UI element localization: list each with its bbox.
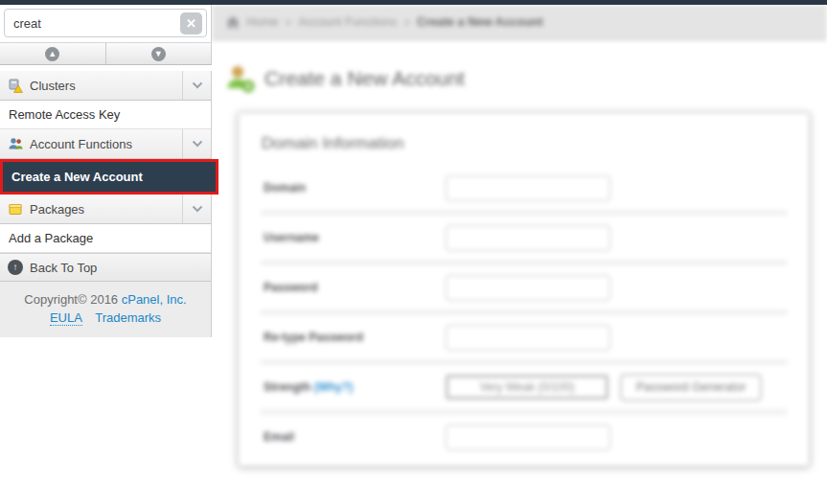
back-to-top-button[interactable]: ↑ Back To Top [0, 253, 211, 282]
trademarks-link[interactable]: Trademarks [95, 310, 161, 325]
account-functions-icon [8, 136, 23, 151]
retype-password-input[interactable] [446, 325, 610, 351]
username-label: Username [264, 231, 446, 244]
eula-link[interactable]: EULA [50, 310, 82, 326]
sidebar-item-label: Create a New Account [11, 170, 143, 184]
sidebar-item-label: Clusters [30, 79, 182, 93]
close-icon: ✕ [186, 16, 196, 31]
packages-icon [8, 201, 23, 217]
create-account-icon [225, 63, 256, 94]
content-area: Home » Account Functions » Create a New … [212, 5, 827, 504]
cpanel-link[interactable]: cPanel, Inc. [122, 292, 187, 307]
password-input[interactable] [446, 275, 610, 301]
strength-label-text: Strength [264, 380, 310, 394]
copyright-text: Copyright© 2016 [24, 292, 118, 307]
password-label: Password [264, 281, 446, 294]
strength-row: Strength (Why?) Very Weak (0/100) Passwo… [258, 366, 790, 408]
home-icon [226, 16, 240, 29]
search-clear-button[interactable]: ✕ [180, 12, 202, 34]
sidebar-item-packages[interactable]: Packages [0, 195, 211, 224]
domain-input[interactable] [446, 175, 610, 201]
back-to-top-label: Back To Top [30, 261, 97, 275]
sidebar: ✕ ▲ ▼ Clusters [0, 5, 212, 337]
password-generator-button[interactable]: Password Generator [620, 374, 762, 401]
why-link[interactable]: (Why?) [314, 380, 354, 394]
sidebar-item-label: Packages [30, 202, 182, 217]
retype-password-label: Re-type Password [264, 331, 446, 344]
email-label: Email [264, 430, 446, 444]
sidebar-search: ✕ [0, 5, 212, 42]
username-row: Username [258, 217, 790, 259]
sidebar-footer: Copyright© 2016 cPanel, Inc. EULA Tradem… [0, 282, 211, 337]
email-row: Email [258, 416, 790, 458]
sidebar-pager: ▲ ▼ [0, 42, 212, 65]
sidebar-item-account-functions[interactable]: Account Functions [0, 129, 211, 159]
red-annotation-box: Create a New Account [0, 159, 218, 195]
section-title: Domain Information [262, 134, 790, 153]
sidebar-item-create-a-new-account[interactable]: Create a New Account [3, 162, 216, 192]
domain-label: Domain [264, 181, 446, 195]
strength-indicator: Very Weak (0/100) [446, 375, 609, 400]
breadcrumb: Home » Account Functions » Create a New … [212, 5, 827, 40]
row-divider [260, 260, 788, 265]
breadcrumb-separator: » [285, 15, 291, 29]
chevron-down-icon[interactable] [182, 195, 211, 223]
row-divider [260, 409, 788, 415]
row-divider [260, 359, 788, 365]
clusters-icon [8, 78, 23, 93]
sidebar-item-clusters[interactable]: Clusters [0, 71, 211, 101]
domain-information-panel: Domain Information Domain Username Passw… [238, 112, 810, 467]
sidebar-item-label: Remote Access Key [9, 107, 120, 122]
retype-password-row: Re-type Password [258, 316, 790, 358]
breadcrumb-home[interactable]: Home [246, 15, 278, 29]
username-input[interactable] [446, 225, 610, 251]
chevron-down-icon[interactable] [182, 71, 211, 100]
sidebar-nav: Clusters Remote Access Key Accoun [0, 71, 212, 337]
chevron-down-icon: ▼ [151, 47, 166, 61]
breadcrumb-separator: » [403, 15, 410, 29]
strength-label: Strength (Why?) [264, 380, 446, 394]
row-divider [260, 309, 788, 315]
breadcrumb-account-functions[interactable]: Account Functions [298, 15, 397, 29]
page-title: Create a New Account [264, 67, 465, 90]
breadcrumb-current: Create a New Account [417, 15, 543, 29]
search-input[interactable] [4, 9, 207, 37]
domain-row: Domain [258, 167, 790, 209]
sidebar-item-label: Add a Package [9, 231, 93, 245]
chevron-down-icon[interactable] [182, 129, 211, 158]
password-row: Password [258, 266, 790, 309]
scroll-down-button[interactable]: ▼ [106, 43, 212, 64]
page-title-row: Create a New Account [225, 63, 827, 94]
email-input[interactable] [446, 424, 610, 450]
sidebar-item-add-a-package[interactable]: Add a Package [0, 224, 211, 253]
chevron-up-icon: ▲ [45, 47, 59, 61]
sidebar-item-label: Account Functions [30, 137, 182, 151]
sidebar-item-remote-access-key[interactable]: Remote Access Key [0, 101, 211, 129]
whm-window: ✕ ▲ ▼ Clusters [0, 0, 827, 504]
row-divider [260, 210, 788, 216]
scroll-up-button[interactable]: ▲ [0, 43, 106, 64]
up-arrow-icon: ↑ [8, 260, 23, 275]
